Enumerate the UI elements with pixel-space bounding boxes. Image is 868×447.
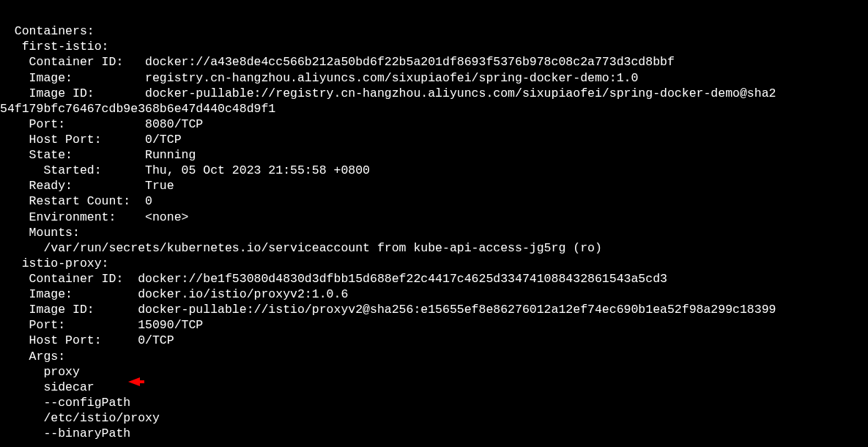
line-2: first-istio:: [0, 40, 109, 53]
line-24: sidecar: [0, 380, 94, 394]
line-12: Restart Count: 0: [0, 194, 152, 208]
line-8: Host Port: 0/TCP: [0, 133, 182, 147]
line-26: /etc/istio/proxy: [0, 411, 160, 425]
annotation-arrow-icon: [128, 377, 140, 386]
terminal-output: Containers: first-istio: Container ID: d…: [0, 0, 776, 441]
line-3: Container ID: docker://a43e8de4cc566b212…: [0, 55, 675, 69]
line-22: Args:: [0, 350, 65, 363]
line-4: Image: registry.cn-hangzhou.aliyuncs.com…: [0, 71, 638, 85]
line-17: Container ID: docker://be1f53080d4830d3d…: [0, 272, 667, 286]
line-20: Port: 15090/TCP: [0, 318, 203, 332]
line-19: Image ID: docker-pullable://istio/proxyv…: [0, 303, 776, 317]
line-13: Environment: <none>: [0, 210, 188, 224]
line-14: Mounts:: [0, 226, 80, 240]
line-5: Image ID: docker-pullable://registry.cn-…: [0, 86, 776, 100]
line-18: Image: docker.io/istio/proxyv2:1.0.6: [0, 287, 348, 301]
line-21: Host Port: 0/TCP: [0, 333, 174, 347]
line-25: --configPath: [0, 396, 130, 410]
line-27: --binaryPath: [0, 426, 130, 440]
line-10: Started: Thu, 05 Oct 2023 21:55:58 +0800: [0, 163, 370, 177]
line-16: istio-proxy:: [0, 256, 109, 270]
line-11: Ready: True: [0, 179, 174, 193]
line-6: 54f179bfc76467cdb9e368b6e47d440c48d9f1: [0, 102, 275, 116]
line-15: /var/run/secrets/kubernetes.io/serviceac…: [0, 241, 602, 255]
line-9: State: Running: [0, 148, 196, 162]
line-7: Port: 8080/TCP: [0, 117, 203, 131]
line-1: Containers:: [0, 24, 94, 38]
line-23: proxy: [0, 365, 80, 379]
